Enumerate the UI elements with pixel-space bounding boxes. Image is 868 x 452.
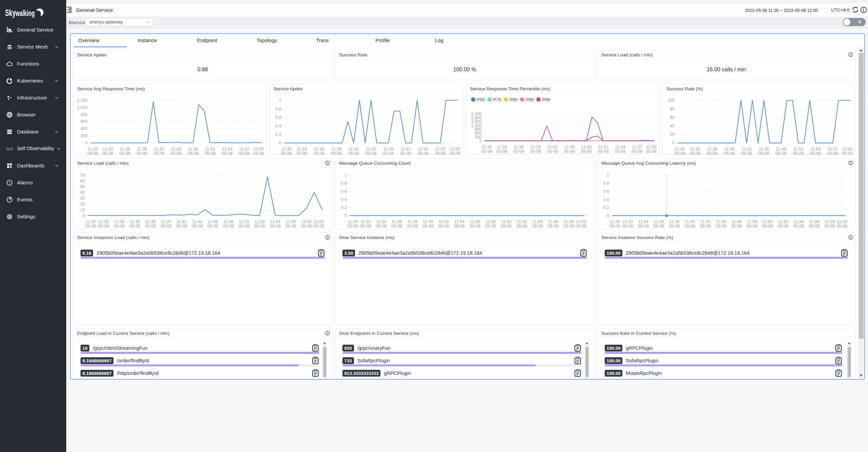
svg-text:05-08: 05-08	[331, 151, 342, 156]
svg-text:05-08: 05-08	[188, 151, 198, 156]
svg-text:400: 400	[81, 126, 88, 131]
svg-text:11:33: 11:33	[103, 147, 113, 151]
svg-text:P50: P50	[477, 97, 485, 102]
svg-text:11:56: 11:56	[548, 219, 558, 224]
svg-text:05-08: 05-08	[563, 224, 574, 229]
svg-text:1: 1	[344, 173, 347, 178]
svg-text:05-08: 05-08	[454, 224, 465, 229]
svg-text:05-08: 05-08	[653, 224, 664, 229]
svg-text:11:36: 11:36	[130, 219, 140, 224]
svg-text:11:30: 11:30	[348, 219, 358, 224]
svg-text:11:45: 11:45	[759, 147, 769, 151]
svg-text:11:38: 11:38	[407, 219, 418, 224]
svg-text:05-08: 05-08	[347, 224, 358, 229]
svg-text:11:42: 11:42	[547, 145, 557, 149]
svg-text:05-08: 05-08	[622, 224, 633, 229]
svg-text:11:30: 11:30	[88, 147, 98, 151]
svg-text:11:48: 11:48	[188, 147, 198, 151]
svg-text:11:36: 11:36	[707, 147, 717, 151]
svg-text:05-08: 05-08	[223, 224, 234, 229]
svg-text:05-08: 05-08	[700, 224, 711, 229]
svg-text:0: 0	[279, 141, 281, 145]
svg-text:11:42: 11:42	[349, 147, 359, 151]
svg-text:11:48: 11:48	[485, 219, 496, 224]
svg-text:11:36: 11:36	[513, 145, 524, 149]
svg-text:11:36: 11:36	[314, 147, 324, 151]
svg-text:12:00: 12:00	[449, 147, 460, 151]
svg-text:11:58: 11:58	[825, 219, 835, 224]
svg-text:600: 600	[81, 119, 88, 124]
svg-text:11:56: 11:56	[809, 219, 819, 224]
svg-text:05-08: 05-08	[685, 224, 695, 229]
svg-text:05-08: 05-08	[674, 151, 685, 156]
svg-text:11:54: 11:54	[222, 147, 232, 151]
svg-text:11:44: 11:44	[454, 219, 464, 224]
svg-text:05-08: 05-08	[470, 224, 480, 229]
svg-text:05-08: 05-08	[824, 224, 835, 229]
svg-text:11:36: 11:36	[654, 219, 664, 224]
svg-text:05-08: 05-08	[438, 224, 449, 229]
svg-text:1,000: 1,000	[77, 105, 88, 110]
svg-text:0.8: 0.8	[276, 107, 281, 111]
svg-text:05-08: 05-08	[759, 151, 769, 156]
svg-text:05-08: 05-08	[418, 151, 428, 156]
svg-text:05-08: 05-08	[793, 151, 804, 156]
svg-text:05-08: 05-08	[114, 224, 125, 229]
svg-text:60: 60	[670, 115, 675, 120]
svg-text:1,200: 1,200	[77, 98, 88, 103]
svg-text:05-08: 05-08	[154, 151, 164, 156]
svg-text:11:54: 11:54	[532, 219, 543, 224]
svg-text:05-08: 05-08	[360, 224, 371, 229]
svg-text:05-08: 05-08	[581, 149, 592, 154]
svg-text:11:39: 11:39	[724, 147, 734, 151]
svg-text:05-08: 05-08	[239, 151, 250, 156]
svg-text:11:48: 11:48	[747, 219, 757, 224]
svg-text:05-08: 05-08	[314, 151, 324, 156]
svg-text:11:34: 11:34	[638, 219, 648, 224]
svg-text:P95: P95	[526, 97, 534, 102]
svg-text:11:58: 11:58	[301, 219, 312, 224]
svg-text:11:51: 11:51	[401, 147, 411, 151]
svg-text:05-08: 05-08	[98, 224, 109, 229]
svg-text:05-08: 05-08	[208, 224, 218, 229]
svg-text:P75: P75	[493, 97, 501, 102]
svg-text:05-08: 05-08	[205, 151, 215, 156]
svg-text:05-08: 05-08	[449, 151, 460, 156]
svg-text:12:00: 12:00	[842, 147, 852, 151]
svg-text:Sw: Sw	[6, 146, 13, 151]
svg-text:11:54: 11:54	[794, 219, 804, 224]
svg-text:11:45: 11:45	[366, 147, 376, 151]
svg-text:05-08: 05-08	[632, 149, 642, 154]
svg-text:11:57: 11:57	[435, 147, 445, 151]
svg-text:0.4: 0.4	[341, 197, 347, 202]
svg-text:05-08: 05-08	[598, 149, 609, 154]
svg-text:12:00: 12:00	[646, 145, 656, 149]
svg-text:05-08: 05-08	[129, 224, 140, 229]
svg-text:11:54: 11:54	[418, 147, 428, 151]
svg-text:05-08: 05-08	[646, 149, 657, 154]
svg-text:05-08: 05-08	[776, 151, 786, 156]
svg-text:05-08: 05-08	[313, 224, 324, 229]
svg-text:0.4: 0.4	[276, 124, 281, 128]
svg-text:0.4: 0.4	[603, 197, 609, 202]
svg-text:20: 20	[670, 132, 675, 137]
svg-text:200: 200	[81, 133, 88, 138]
svg-text:12:00: 12:00	[836, 219, 847, 224]
svg-text:11:30: 11:30	[86, 219, 96, 224]
svg-text:05-08: 05-08	[485, 224, 496, 229]
svg-text:P99: P99	[542, 97, 550, 102]
svg-text:11:52: 11:52	[254, 219, 265, 224]
svg-text:70: 70	[80, 173, 85, 178]
svg-text:11:48: 11:48	[223, 219, 233, 224]
svg-text:12:00: 12:00	[253, 147, 264, 151]
svg-text:11:46: 11:46	[731, 219, 742, 224]
svg-text:11:40: 11:40	[685, 219, 695, 224]
svg-text:800: 800	[81, 112, 88, 117]
svg-text:05-08: 05-08	[171, 151, 181, 156]
svg-text:05-08: 05-08	[285, 224, 296, 229]
svg-text:0.6: 0.6	[276, 115, 281, 120]
svg-text:05-08: 05-08	[747, 224, 758, 229]
svg-text:05-08: 05-08	[707, 151, 718, 156]
svg-text:11:33: 11:33	[497, 145, 507, 149]
svg-text:05-08: 05-08	[793, 224, 804, 229]
